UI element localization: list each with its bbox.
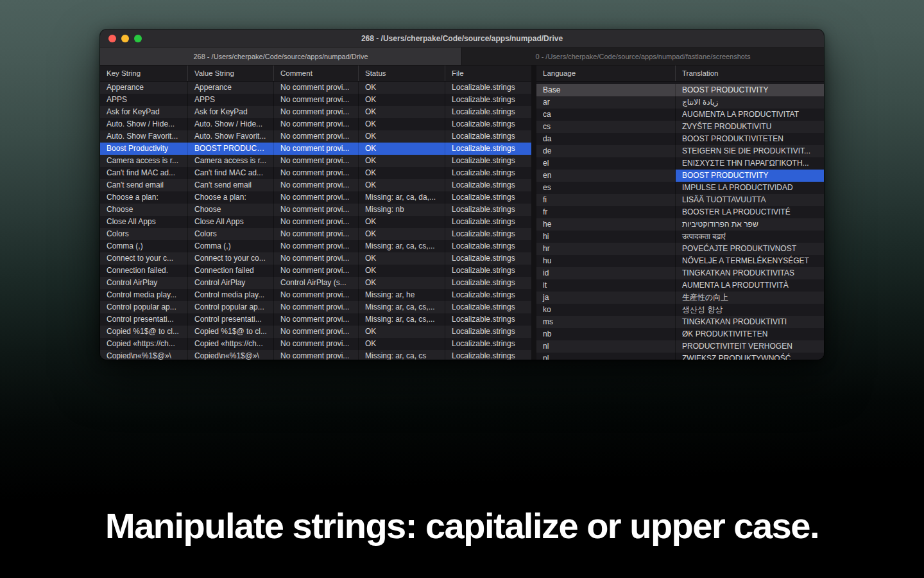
key-table-row[interactable]: Can't send emailCan't send emailNo comme…: [100, 179, 531, 191]
translation-table-row[interactable]: csZVYŠTE PRODUKTIVITU: [536, 121, 824, 133]
cell-comment: No comment provi...: [274, 289, 359, 301]
pane-divider[interactable]: [531, 66, 536, 360]
translation-table-row[interactable]: hrPOVEĆAJTE PRODUKTIVNOST: [536, 243, 824, 255]
key-table-row[interactable]: Ask for KeyPadAsk for KeyPadNo comment p…: [100, 106, 531, 118]
cell-language: ja: [536, 292, 676, 304]
key-table-row[interactable]: Auto. Show Favorit...Auto. Show Favorit.…: [100, 130, 531, 143]
cell-value: Copied\n«%1$@»\: [188, 350, 274, 360]
app-window: 268 - /Users/cherpake/Code/source/apps/n…: [100, 30, 824, 360]
key-table-row[interactable]: Connection failed.Connection failedNo co…: [100, 265, 531, 277]
key-table-row[interactable]: Control popular ap...Control popular ap.…: [100, 301, 531, 313]
translation-table-row[interactable]: huNÖVELJE A TERMELÉKENYSÉGET: [536, 255, 824, 267]
key-table-row[interactable]: Copied «https://ch...Copied «https://ch.…: [100, 338, 531, 350]
cell-translation[interactable]: BOOST PRODUCTIVITY: [676, 84, 824, 96]
key-table-row[interactable]: Choose a plan:Choose a plan:No comment p…: [100, 191, 531, 204]
cell-translation[interactable]: ZWIĘKSZ PRODUKTYWNOŚĆ: [676, 353, 824, 360]
tab-drive[interactable]: 268 - /Users/cherpake/Code/source/apps/n…: [100, 48, 462, 65]
cell-translation[interactable]: POVEĆAJTE PRODUKTIVNOST: [676, 243, 824, 255]
translation-table-row[interactable]: ja生産性の向上: [536, 292, 824, 304]
cell-value: Comma (,): [188, 240, 274, 252]
key-table-row[interactable]: Control media play...Control media play.…: [100, 289, 531, 301]
cell-translation[interactable]: उत्पादकता बढ़ाएं: [676, 231, 824, 243]
key-table-row[interactable]: ChooseChooseNo comment provi...Missing: …: [100, 204, 531, 216]
translation-table-row[interactable]: caAUGMENTA LA PRODUCTIVITAT: [536, 109, 824, 121]
translation-table-row[interactable]: fiLISÄÄ TUOTTAVUUTTA: [536, 194, 824, 206]
key-table-row[interactable]: APPSAPPSNo comment provi...OKLocalizable…: [100, 94, 531, 106]
translation-table-row[interactable]: nlPRODUCTIVITEIT VERHOGEN: [536, 340, 824, 353]
cell-translation[interactable]: BOOST PRODUKTIVITETEN: [676, 133, 824, 145]
translation-table-row[interactable]: BaseBOOST PRODUCTIVITY: [536, 84, 824, 96]
key-table-row[interactable]: Comma (,)Comma (,)No comment provi...Mis…: [100, 240, 531, 252]
key-table-row[interactable]: Control AirPlayControl AirPlayControl Ai…: [100, 277, 531, 289]
cell-comment: No comment provi...: [274, 301, 359, 313]
cell-translation[interactable]: שפר את הפרודוקטיביות: [676, 218, 824, 231]
translation-table-row[interactable]: plZWIĘKSZ PRODUKTYWNOŚĆ: [536, 353, 824, 360]
key-table-row[interactable]: ApperanceApperanceNo comment provi...OKL…: [100, 82, 531, 94]
key-table-row[interactable]: Camera access is r...Camera access is r.…: [100, 155, 531, 167]
cell-value: Auto. Show / Hide...: [188, 118, 274, 130]
column-header-value-string[interactable]: Value String: [188, 66, 274, 81]
translation-table-row[interactable]: esIMPULSE LA PRODUCTIVIDAD: [536, 182, 824, 194]
cell-language: id: [536, 267, 676, 279]
translation-table-row[interactable]: itAUMENTA LA PRODUTTIVITÀ: [536, 279, 824, 292]
cell-translation[interactable]: TINGKATKAN PRODUKTIVITAS: [676, 267, 824, 279]
translation-table-row[interactable]: deSTEIGERN SIE DIE PRODUKTIVIT...: [536, 145, 824, 157]
key-table-row[interactable]: Auto. Show / Hide...Auto. Show / Hide...…: [100, 118, 531, 130]
cell-language: hr: [536, 243, 676, 255]
key-table-row[interactable]: Copied %1$@ to cl...Copied %1$@ to cl...…: [100, 326, 531, 338]
tab-screenshots[interactable]: 0 - /Users/cherpake/Code/source/apps/num…: [462, 48, 824, 65]
translation-table-row[interactable]: ko생산성 향상: [536, 304, 824, 316]
cell-comment: No comment provi...: [274, 94, 359, 106]
key-table-row[interactable]: ColorsColorsNo comment provi...OKLocaliz…: [100, 228, 531, 240]
cell-translation[interactable]: NÖVELJE A TERMELÉKENYSÉGET: [676, 255, 824, 267]
cell-language: es: [536, 182, 676, 194]
key-table-row[interactable]: Close All AppsClose All AppsNo comment p…: [100, 216, 531, 228]
cell-translation[interactable]: BOOSTER LA PRODUCTIVITÉ: [676, 206, 824, 218]
key-table-row[interactable]: Control presentati...Control presentati.…: [100, 313, 531, 326]
cell-translation[interactable]: ΕΝΙΣΧΥΣΤΕ ΤΗΝ ΠΑΡΑΓΩΓΙΚΟΤΗ...: [676, 157, 824, 170]
cell-translation[interactable]: BOOST PRODUCTIVITY: [676, 170, 824, 182]
cell-translation[interactable]: 生産性の向上: [676, 292, 824, 304]
cell-comment: No comment provi...: [274, 179, 359, 191]
translation-table-row[interactable]: heשפר את הפרודוקטיביות: [536, 218, 824, 231]
translation-table-row[interactable]: frBOOSTER LA PRODUCTIVITÉ: [536, 206, 824, 218]
cell-key: Control popular ap...: [100, 301, 188, 313]
translation-table-row[interactable]: daBOOST PRODUKTIVITETEN: [536, 133, 824, 145]
column-header-language[interactable]: Language: [536, 66, 676, 81]
translation-table-row[interactable]: enBOOST PRODUCTIVITY: [536, 170, 824, 182]
translation-table-row[interactable]: arزيادة الانتاج: [536, 96, 824, 109]
column-header-translation[interactable]: Translation: [676, 66, 824, 81]
cell-translation[interactable]: IMPULSE LA PRODUCTIVIDAD: [676, 182, 824, 194]
cell-value: Choose a plan:: [188, 191, 274, 204]
cell-translation[interactable]: LISÄÄ TUOTTAVUUTTA: [676, 194, 824, 206]
cell-translation[interactable]: 생산성 향상: [676, 304, 824, 316]
zoom-button[interactable]: [134, 35, 142, 42]
close-button[interactable]: [108, 35, 116, 42]
cell-translation[interactable]: ØK PRODUKTIVITETEN: [676, 328, 824, 340]
cell-translation[interactable]: TINGKATKAN PRODUKTIVITI: [676, 316, 824, 328]
cell-value: Connection failed: [188, 265, 274, 277]
translation-table-row[interactable]: elΕΝΙΣΧΥΣΤΕ ΤΗΝ ΠΑΡΑΓΩΓΙΚΟΤΗ...: [536, 157, 824, 170]
cell-translation[interactable]: PRODUCTIVITEIT VERHOGEN: [676, 340, 824, 353]
cell-translation[interactable]: ZVYŠTE PRODUKTIVITU: [676, 121, 824, 133]
cell-translation[interactable]: زيادة الانتاج: [676, 96, 824, 109]
column-header-comment[interactable]: Comment: [274, 66, 359, 81]
key-table-row[interactable]: Can't find MAC ad...Can't find MAC ad...…: [100, 167, 531, 179]
translation-table-row[interactable]: idTINGKATKAN PRODUKTIVITAS: [536, 267, 824, 279]
split-view: Key String Value String Comment Status F…: [100, 66, 824, 360]
cell-translation[interactable]: AUGMENTA LA PRODUCTIVITAT: [676, 109, 824, 121]
column-header-key-string[interactable]: Key String: [100, 66, 188, 81]
cell-translation[interactable]: AUMENTA LA PRODUTTIVITÀ: [676, 279, 824, 292]
translation-table-row[interactable]: hiउत्पादकता बढ़ाएं: [536, 231, 824, 243]
cell-language: pl: [536, 353, 676, 360]
cell-translation[interactable]: STEIGERN SIE DIE PRODUKTIVIT...: [676, 145, 824, 157]
cell-comment: No comment provi...: [274, 350, 359, 360]
minimize-button[interactable]: [121, 35, 129, 42]
key-table-row[interactable]: Copied\n«%1$@»\Copied\n«%1$@»\No comment…: [100, 350, 531, 360]
key-table-row[interactable]: Boost ProductivityBOOST PRODUCTI...No co…: [100, 143, 531, 155]
translation-table-row[interactable]: msTINGKATKAN PRODUKTIVITI: [536, 316, 824, 328]
translation-table-row[interactable]: nbØK PRODUKTIVITETEN: [536, 328, 824, 340]
key-table-row[interactable]: Connect to your c...Connect to your co..…: [100, 252, 531, 265]
column-header-file[interactable]: File: [445, 66, 531, 81]
column-header-status[interactable]: Status: [359, 66, 445, 81]
